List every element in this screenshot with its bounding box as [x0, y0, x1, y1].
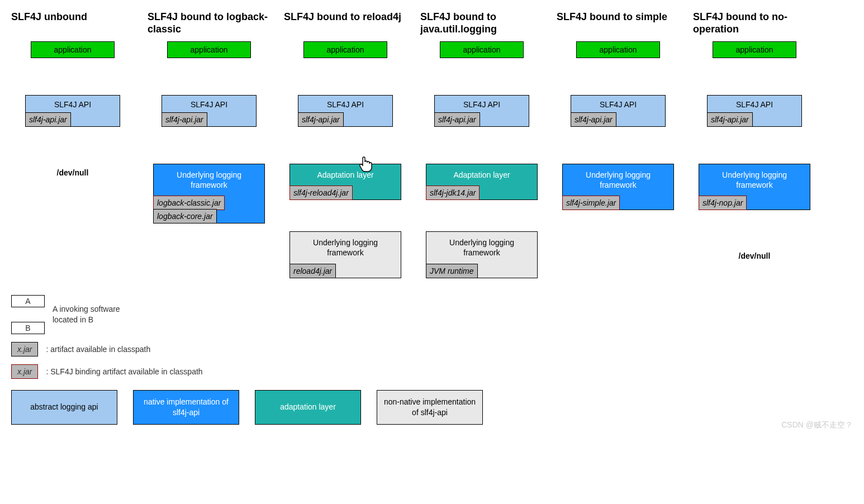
swatch-non-native: non-native implementation of slf4j-api: [377, 390, 483, 425]
legend-box-a: A: [11, 295, 45, 307]
col-jul: SLF4J bound to java.util.logging applica…: [420, 11, 543, 278]
arrow-icon: [754, 210, 755, 247]
arrow-icon: [209, 127, 210, 164]
api-jar: slf4j-api.jar: [298, 112, 344, 127]
application-box: application: [713, 41, 796, 58]
application-box: application: [167, 41, 251, 58]
api-label: SLF4J API: [435, 100, 529, 111]
framework-box: Underlying logging framework slf4j-nop.j…: [699, 164, 810, 210]
api-jar: slf4j-api.jar: [707, 112, 753, 127]
watermark: CSDN @贼不走空？: [781, 420, 853, 430]
arrow-icon: [482, 58, 482, 95]
slf4j-api-box: SLF4J API slf4j-api.jar: [434, 95, 529, 127]
adaptation-box: Adaptation layer slf4j-reload4j.jar: [289, 164, 401, 200]
framework-box: Underlying logging framework slf4j-simpl…: [562, 164, 674, 210]
col-simple: SLF4J bound to simple application SLF4J …: [557, 11, 680, 210]
legend-swatches: abstract logging api native implementati…: [11, 390, 853, 425]
api-label: SLF4J API: [298, 100, 392, 111]
legend-jar-plain: x.jar: [11, 342, 38, 356]
col-title: SLF4J bound to no-operation: [693, 11, 816, 36]
legend-jar-red: x.jar: [11, 364, 38, 379]
devnull-label: /dev/null: [739, 251, 771, 260]
framework-label: Underlying logging framework: [563, 170, 673, 194]
col-reload4j: SLF4J bound to reload4j application SLF4…: [284, 11, 407, 278]
diagram-columns: SLF4J unbound application SLF4J API slf4…: [11, 11, 853, 278]
col-title: SLF4J bound to java.util.logging: [420, 11, 543, 36]
arrow-icon: [345, 200, 346, 231]
arrow-icon: [754, 127, 755, 164]
slf4j-api-box: SLF4J API slf4j-api.jar: [162, 95, 257, 127]
slf4j-api-box: SLF4J API slf4j-api.jar: [298, 95, 393, 127]
arrow-icon: [345, 127, 346, 164]
col-title: SLF4J bound to logback-classic: [148, 11, 270, 36]
application-box: application: [576, 41, 660, 58]
legend-jar-plain-row: x.jar : artifact available in classpath: [11, 342, 853, 356]
swatch-adaptation: adaptation layer: [255, 390, 361, 425]
framework-label: Underlying logging framework: [426, 237, 537, 262]
framework-jar: slf4j-nop.jar: [699, 196, 747, 210]
arrow-icon: [28, 307, 29, 322]
arrow-icon: [345, 58, 346, 95]
arrow-icon: [482, 200, 482, 231]
framework-jar: reload4j.jar: [289, 264, 336, 278]
arrow-icon: [73, 58, 73, 95]
adaptation-jar: slf4j-jdk14.jar: [426, 186, 480, 200]
legend-jar-plain-text: : artifact available in classpath: [46, 345, 150, 354]
swatch-native-impl: native implementation of slf4j-api: [133, 390, 239, 425]
legend-ab-row: A B A invoking software located in B: [11, 295, 853, 334]
framework-jar: logback-core.jar: [153, 209, 217, 224]
col-unbound: SLF4J unbound application SLF4J API slf4…: [11, 11, 134, 177]
col-title: SLF4J bound to simple: [557, 11, 680, 36]
application-box: application: [303, 41, 387, 58]
devnull-label: /dev/null: [57, 168, 89, 177]
arrow-icon: [73, 127, 73, 164]
col-title: SLF4J unbound: [11, 11, 134, 36]
slf4j-api-box: SLF4J API slf4j-api.jar: [571, 95, 666, 127]
adaptation-jar: slf4j-reload4j.jar: [289, 186, 353, 200]
underlying-framework-box: Underlying logging framework JVM runtime: [426, 231, 538, 278]
framework-jar: JVM runtime: [426, 264, 478, 278]
api-label: SLF4J API: [571, 100, 665, 111]
api-label: SLF4J API: [26, 100, 120, 111]
api-label: SLF4J API: [708, 100, 801, 111]
framework-jar: slf4j-simple.jar: [562, 196, 620, 210]
col-nop: SLF4J bound to no-operation application …: [693, 11, 816, 260]
api-jar: slf4j-api.jar: [162, 112, 207, 127]
swatch-abstract-api: abstract logging api: [11, 390, 117, 425]
arrow-icon: [209, 58, 210, 95]
api-jar: slf4j-api.jar: [571, 112, 616, 127]
framework-label: Underlying logging framework: [290, 237, 401, 262]
api-jar: slf4j-api.jar: [25, 112, 71, 127]
arrow-icon: [618, 58, 619, 95]
adaptation-label: Adaptation layer: [426, 170, 537, 184]
arrow-icon: [482, 127, 482, 164]
underlying-framework-box: Underlying logging framework reload4j.ja…: [289, 231, 401, 278]
adaptation-label: Adaptation layer: [290, 170, 401, 184]
framework-box: Underlying logging framework logback-cla…: [153, 164, 265, 224]
arrow-icon: [754, 58, 755, 95]
framework-jar: logback-classic.jar: [153, 196, 225, 210]
framework-label: Underlying logging framework: [154, 170, 264, 194]
slf4j-api-box: SLF4J API slf4j-api.jar: [25, 95, 120, 127]
application-box: application: [440, 41, 524, 58]
legend: A B A invoking software located in B x.j…: [11, 295, 853, 425]
slf4j-api-box: SLF4J API slf4j-api.jar: [707, 95, 802, 127]
col-title: SLF4J bound to reload4j: [284, 11, 407, 36]
arrow-icon: [618, 127, 619, 164]
col-logback: SLF4J bound to logback-classic applicati…: [148, 11, 270, 224]
legend-ab-diagram: A B: [11, 295, 45, 334]
adaptation-box: Adaptation layer slf4j-jdk14.jar: [426, 164, 538, 200]
legend-jar-red-row: x.jar : SLF4J binding artifact available…: [11, 364, 853, 379]
framework-label: Underlying logging framework: [699, 170, 810, 194]
legend-jar-red-text: : SLF4J binding artifact available in cl…: [46, 367, 202, 376]
legend-box-b: B: [11, 322, 45, 334]
legend-ab-text: A invoking software located in B: [53, 304, 131, 324]
api-label: SLF4J API: [162, 100, 256, 111]
application-box: application: [31, 41, 115, 58]
api-jar: slf4j-api.jar: [434, 112, 480, 127]
